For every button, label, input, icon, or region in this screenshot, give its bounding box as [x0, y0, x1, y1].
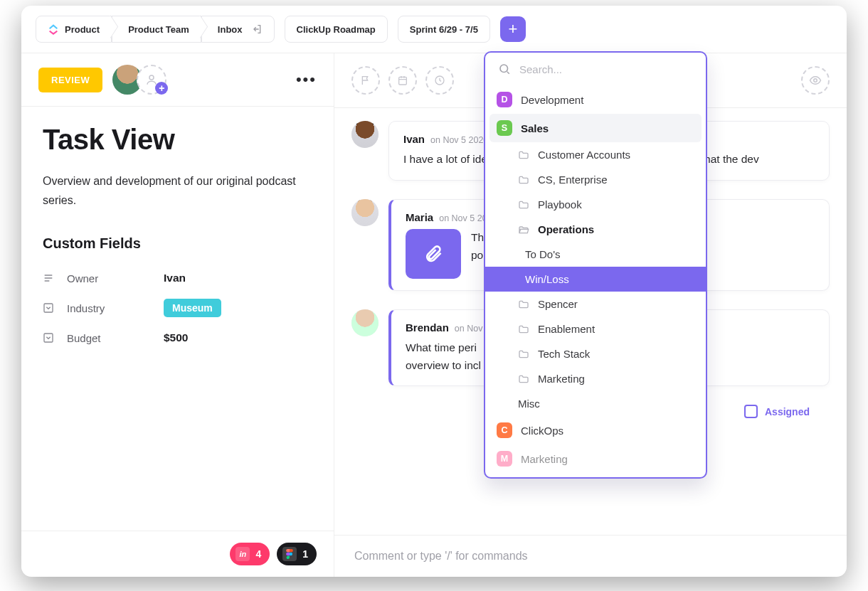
dropdown-item[interactable]: Playbook — [485, 192, 706, 217]
comment-body-part: overview to incl — [406, 359, 481, 371]
dropdown-item[interactable]: To Do's — [485, 242, 706, 267]
dropdown-item[interactable]: CS, Enterprise — [485, 167, 706, 192]
dropdown-item-label: Enablement — [538, 323, 595, 335]
chip-count: 1 — [302, 548, 308, 560]
exit-icon[interactable] — [251, 23, 263, 35]
breadcrumb-item-product[interactable]: Product — [36, 16, 112, 43]
left-pane: REVIEW + ••• Task View Overview and deve… — [21, 53, 334, 577]
comment-body-part: What time peri — [406, 341, 477, 353]
dropdown-item[interactable]: Spencer — [485, 292, 706, 316]
clickup-logo-icon — [48, 23, 59, 35]
dropdown-item[interactable]: Enablement — [485, 316, 706, 341]
breadcrumb-label: Inbox — [218, 24, 243, 35]
dropdown-item-label: Tech Stack — [538, 348, 590, 360]
field-owner[interactable]: Owner Ivan — [43, 265, 312, 292]
dropdown-icon — [43, 332, 55, 344]
field-budget[interactable]: Budget $500 — [43, 324, 312, 351]
breadcrumb-item-roadmap[interactable]: ClickUp Roadmap — [285, 16, 388, 43]
avatar[interactable] — [351, 199, 379, 226]
dropdown-item[interactable]: Operations — [485, 217, 706, 242]
breadcrumb-item-inbox[interactable]: Inbox — [201, 16, 275, 43]
svg-point-6 — [814, 79, 817, 82]
field-label: Industry — [67, 302, 152, 314]
watch-button[interactable] — [801, 66, 830, 95]
custom-fields-heading: Custom Fields — [43, 235, 312, 252]
dropdown-item-label: Misc — [518, 398, 540, 410]
folder-open-icon — [518, 224, 529, 235]
avatar[interactable] — [351, 121, 379, 148]
left-footer: in 4 1 — [21, 531, 334, 577]
field-tag[interactable]: Museum — [164, 299, 221, 317]
space-dropdown[interactable]: DDevelopmentSSalesCustomer AccountsCS, E… — [484, 51, 707, 479]
dropdown-item-label: Operations — [538, 223, 594, 235]
figma-chip[interactable]: 1 — [277, 543, 317, 565]
field-value: Ivan — [164, 272, 186, 284]
comment-author: Brendan — [406, 321, 449, 334]
dropdown-item[interactable]: CClickOps — [485, 416, 706, 444]
dropdown-item[interactable]: Customer Accounts — [485, 142, 706, 167]
svg-rect-4 — [399, 77, 407, 85]
folder-icon — [518, 324, 529, 335]
dropdown-item-label: Spencer — [538, 298, 578, 310]
dropdown-list: DDevelopmentSSalesCustomer AccountsCS, E… — [485, 85, 706, 477]
custom-fields-list: Owner Ivan Industry Museum — [43, 265, 312, 351]
folder-icon — [518, 373, 529, 385]
comment-date: on Nov 5 20 — [439, 213, 487, 223]
date-button[interactable] — [388, 66, 417, 95]
dropdown-item[interactable]: SSales — [489, 114, 702, 142]
search-icon — [498, 63, 511, 75]
assignee-avatars[interactable]: + — [112, 65, 166, 95]
status-badge[interactable]: REVIEW — [38, 68, 102, 92]
field-value: $500 — [164, 331, 188, 344]
dropdown-item[interactable]: Tech Stack — [485, 341, 706, 366]
dropdown-search-row — [485, 53, 706, 85]
breadcrumb-label: Product Team — [128, 24, 189, 35]
svg-point-7 — [500, 65, 508, 73]
folder-icon — [518, 149, 529, 161]
space-icon: M — [497, 451, 512, 467]
comment-author: Maria — [406, 211, 433, 223]
dropdown-item[interactable]: Win/Loss — [485, 267, 706, 292]
flag-button[interactable] — [351, 66, 380, 95]
dropdown-item[interactable]: Marketing — [485, 366, 706, 391]
space-icon: C — [497, 422, 512, 438]
page-title: Task View — [43, 124, 312, 156]
breadcrumb-item-sprint[interactable]: Sprint 6/29 - 7/5 — [398, 16, 490, 43]
folder-icon — [518, 174, 529, 186]
field-label: Budget — [67, 332, 152, 344]
more-menu-button[interactable]: ••• — [296, 70, 317, 89]
invision-icon: in — [235, 547, 250, 561]
dropdown-item[interactable]: MMarketing — [485, 444, 706, 473]
add-assignee-button[interactable]: + — [137, 65, 166, 95]
flag-icon — [360, 75, 371, 86]
breadcrumb: Product Product Team Inbox ClickUp Roadm… — [21, 6, 847, 53]
dropdown-item[interactable]: DDevelopment — [485, 85, 706, 114]
comment-body-part: po — [471, 249, 483, 261]
field-industry[interactable]: Industry Museum — [43, 292, 312, 324]
breadcrumb-item-product-team[interactable]: Product Team — [112, 16, 201, 43]
avatar[interactable] — [351, 309, 379, 336]
dropdown-icon — [43, 302, 55, 314]
dropdown-item[interactable]: Misc — [485, 391, 706, 416]
clock-icon — [434, 75, 445, 86]
comment-placeholder: Comment or type '/' for commands — [354, 550, 528, 562]
dropdown-item-label: Playbook — [538, 198, 582, 211]
svg-point-0 — [149, 75, 154, 80]
chip-count: 4 — [255, 548, 261, 560]
plus-icon: + — [155, 82, 168, 95]
left-header: REVIEW + ••• — [21, 53, 334, 107]
invision-chip[interactable]: in 4 — [230, 543, 270, 565]
checkbox[interactable] — [744, 405, 758, 418]
comment-input[interactable]: Comment or type '/' for commands — [334, 535, 847, 577]
calendar-icon — [397, 75, 408, 86]
field-label: Owner — [67, 272, 152, 284]
breadcrumb-label: ClickUp Roadmap — [297, 24, 376, 35]
dropdown-item-label: Win/Loss — [525, 273, 569, 285]
attachment-button[interactable] — [406, 229, 461, 279]
task-description: Overview and development of our original… — [43, 171, 312, 210]
time-button[interactable] — [425, 66, 454, 95]
figma-icon — [282, 547, 297, 561]
add-button[interactable]: + — [500, 16, 526, 42]
search-input[interactable] — [519, 63, 693, 75]
space-icon: D — [497, 92, 512, 107]
